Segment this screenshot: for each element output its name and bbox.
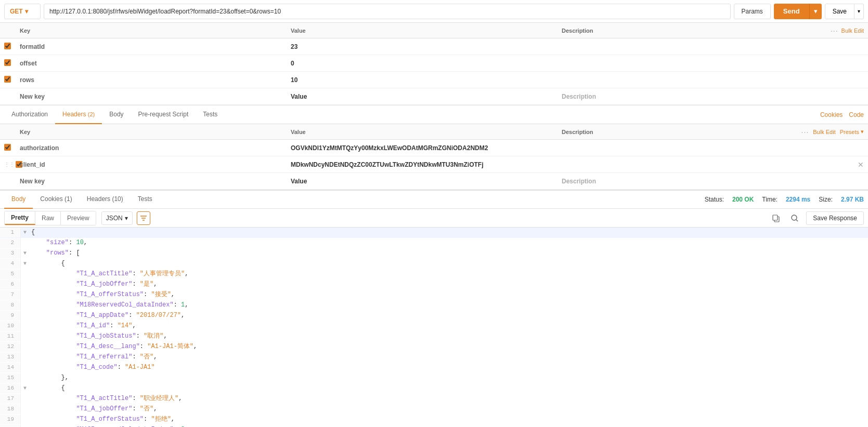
code-line: 10 "T1_A_id": "14", (0, 321, 868, 331)
params-actions-col: ··· Bulk Edit (833, 26, 864, 35)
params-button[interactable]: Params (734, 4, 771, 19)
line-number: 7 (0, 290, 21, 300)
params-dots-icon[interactable]: ··· (831, 26, 838, 35)
fmt-tab-preview[interactable]: Preview (61, 211, 96, 225)
line-number: 6 (0, 279, 21, 289)
resp-tab-cookies-label: Cookies (1) (40, 195, 72, 203)
param-key-1: formatId (20, 43, 291, 50)
line-content: }, (29, 373, 69, 383)
line-number: 15 (0, 373, 21, 383)
code-line: 1▼{ (0, 228, 868, 238)
collapse-icon[interactable]: ▼ (21, 383, 29, 393)
fmt-tab-raw[interactable]: Raw (35, 211, 61, 225)
presets-button[interactable]: Presets ▾ (840, 128, 864, 135)
close-icon[interactable]: ✕ (858, 161, 864, 169)
status-value: 200 OK (732, 196, 754, 203)
fmt-raw-label: Raw (42, 215, 54, 222)
resp-tab-body[interactable]: Body (4, 190, 33, 209)
svg-rect-4 (773, 215, 778, 220)
line-number: 1 (0, 228, 21, 237)
new-header-row: New key Value Description (0, 173, 868, 190)
tab-body[interactable]: Body (102, 105, 131, 124)
code-line: 5 "T1_A_actTitle": "人事管理专员", (0, 269, 868, 279)
collapse-icon (21, 415, 29, 416)
copy-button[interactable] (769, 211, 783, 225)
line-content: "size": 10, (29, 238, 87, 248)
fmt-tab-pretty[interactable]: Pretty (5, 211, 35, 225)
tab-body-label: Body (109, 111, 123, 118)
row-checkbox-1[interactable] (4, 43, 11, 49)
collapse-icon (21, 238, 29, 239)
header-actions-2: ✕ (833, 161, 864, 169)
resp-tab-tests[interactable]: Tests (131, 190, 160, 209)
format-select-label: JSON (106, 215, 123, 222)
format-select-dropdown[interactable]: JSON ▾ (101, 211, 133, 225)
method-label: GET (10, 8, 23, 15)
row-checkbox-3[interactable] (4, 76, 11, 83)
code-line: 18 "T1_A_jobOffer": "否", (0, 404, 868, 415)
tab-tests-req-label: Tests (203, 111, 217, 118)
url-input[interactable] (44, 4, 731, 19)
filter-icon[interactable] (137, 211, 150, 225)
collapse-icon (21, 363, 29, 364)
send-btn-group: Send ▾ (774, 4, 822, 19)
code-line: 17 "T1_A_actTitle": "职业经理人", (0, 394, 868, 404)
new-param-value-placeholder: Value (291, 93, 562, 100)
line-content: "M18ReservedCol_dataIndex": 1, (29, 300, 188, 310)
response-section: Body Cookies (1) Headers (10) Tests Stat… (0, 190, 868, 427)
save-button[interactable]: Save (825, 4, 854, 19)
line-number: 4 (0, 259, 21, 269)
tab-headers[interactable]: Headers (2) (55, 105, 102, 124)
code-line: 20 "M18ReservedCol_dataIndex": 2, (0, 425, 868, 427)
line-content: "T1_A_desc__lang": "A1-JA1-简体", (29, 342, 197, 352)
headers-bulk-edit[interactable]: Bulk Edit (813, 129, 835, 135)
collapse-icon[interactable]: ▼ (21, 248, 29, 258)
cookies-link[interactable]: Cookies (820, 111, 843, 118)
line-content: "T1_A_appDate": "2018/07/27", (29, 311, 185, 321)
drag-handle-icon: ⋮⋮ (4, 162, 15, 167)
line-number: 8 (0, 300, 21, 310)
code-area[interactable]: 1▼{2 "size": 10,3▼ "rows": [4▼ {5 "T1_A_… (0, 228, 868, 427)
headers-value-header: Value (291, 129, 562, 135)
row-checkbox-2[interactable] (4, 59, 11, 66)
headers-section: Key Value Description ··· Bulk Edit Pres… (0, 124, 868, 190)
table-row: ⋮⋮ client_id MDkwNDcyNDEtNDQzZC00ZTUwLTk… (0, 156, 868, 173)
collapse-icon (21, 300, 29, 301)
tab-headers-label: Headers (2) (62, 111, 95, 118)
header-checkbox-1[interactable] (4, 144, 11, 151)
tab-authorization[interactable]: Authorization (4, 105, 55, 124)
save-response-button[interactable]: Save Response (806, 211, 864, 225)
method-select[interactable]: GET ▾ (4, 4, 41, 19)
collapse-icon (21, 404, 29, 405)
line-content: "T1_A_jobOffer": "是", (29, 279, 157, 289)
line-content: "T1_A_actTitle": "职业经理人", (29, 394, 182, 404)
line-content: "T1_A_referral": "否", (29, 352, 157, 362)
new-header-value-placeholder: Value (291, 178, 562, 185)
format-select-chevron-icon: ▾ (125, 215, 128, 222)
filter-svg (140, 215, 147, 222)
code-line: 19 "T1_A_offerStatus": "拒绝", (0, 415, 868, 425)
time-label: Time: (762, 196, 778, 203)
resp-tab-headers[interactable]: Headers (10) (80, 190, 131, 209)
collapse-icon[interactable]: ▼ (21, 259, 29, 268)
format-tabs: Pretty Raw Preview (4, 211, 96, 225)
save-btn-group: Save ▾ (825, 4, 864, 19)
save-dropdown-button[interactable]: ▾ (854, 4, 864, 19)
tab-prerequest[interactable]: Pre-request Script (131, 105, 196, 124)
resp-tab-cookies[interactable]: Cookies (1) (33, 190, 79, 209)
send-dropdown-button[interactable]: ▾ (809, 4, 822, 19)
tab-tests-req[interactable]: Tests (196, 105, 225, 124)
tab-authorization-label: Authorization (11, 111, 48, 118)
send-button[interactable]: Send (774, 4, 809, 19)
resp-tab-tests-label: Tests (138, 195, 152, 203)
line-content: "T1_A_code": "A1-JA1" (29, 363, 155, 372)
line-content: { (29, 383, 65, 393)
headers-dots-icon[interactable]: ··· (801, 128, 809, 136)
collapse-icon[interactable]: ▼ (21, 228, 29, 237)
code-line: 14 "T1_A_code": "A1-JA1" (0, 363, 868, 373)
params-bulk-edit[interactable]: Bulk Edit (841, 28, 864, 34)
search-button[interactable] (787, 211, 802, 225)
resp-tab-headers-label: Headers (10) (87, 195, 123, 203)
code-link[interactable]: Code (849, 111, 864, 118)
resp-tab-body-label: Body (11, 195, 25, 203)
